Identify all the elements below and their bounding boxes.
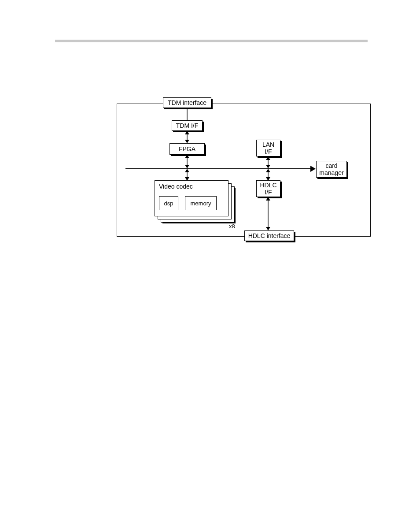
svg-marker-15 — [266, 169, 270, 172]
internal-bus — [125, 168, 310, 169]
svg-marker-3 — [185, 131, 189, 134]
bus-right-arrow — [310, 166, 317, 172]
tdm-if-box: TDM I/F — [172, 120, 203, 131]
svg-marker-9 — [185, 169, 189, 172]
svg-marker-13 — [266, 165, 270, 168]
tdm-interface-label: TDM interface — [168, 99, 206, 106]
card-manager-box: card manager — [316, 161, 347, 178]
memory-box: memory — [185, 196, 217, 210]
x8-label: x8 — [229, 223, 235, 230]
lan-if-box: LAN I/F — [256, 140, 280, 156]
link-lanif-bus — [265, 156, 271, 168]
hdlc-interface-label: HDLC interface — [248, 232, 291, 239]
hdlc-interface-box: HDLC interface — [244, 230, 294, 241]
link-bus-hdlcif — [265, 169, 271, 181]
svg-marker-7 — [185, 165, 189, 168]
videocodec-label: Video codec — [159, 183, 193, 190]
fpga-box: FPGA — [169, 143, 205, 155]
block-diagram: TDM interface TDM I/F FPGA Video codec d… — [117, 97, 370, 242]
tdm-interface-box: TDM interface — [163, 97, 211, 108]
link-tdmiface-tdmif — [186, 108, 188, 120]
page-top-rule — [55, 40, 368, 42]
hdlc-if-line2: I/F — [265, 189, 272, 196]
dsp-label: dsp — [164, 200, 173, 207]
link-bus-videocodec — [184, 169, 190, 181]
svg-marker-6 — [185, 155, 189, 158]
svg-marker-19 — [266, 227, 270, 230]
dsp-box: dsp — [159, 196, 178, 210]
fpga-label: FPGA — [179, 145, 195, 152]
card-manager-line1: card — [325, 162, 337, 169]
tdm-if-label: TDM I/F — [176, 122, 199, 129]
link-fpga-bus — [184, 155, 190, 168]
link-tdmif-fpga — [184, 131, 190, 143]
svg-marker-0 — [310, 166, 316, 172]
lan-if-line1: LAN — [262, 141, 274, 148]
lan-if-line2: I/F — [265, 148, 272, 155]
svg-marker-12 — [266, 156, 270, 160]
hdlc-if-box: HDLC I/F — [256, 180, 280, 197]
memory-label: memory — [191, 200, 211, 207]
svg-marker-4 — [185, 140, 189, 143]
card-manager-line2: manager — [319, 169, 343, 176]
svg-marker-18 — [266, 197, 270, 201]
hdlc-if-line1: HDLC — [260, 182, 276, 189]
link-hdlcif-hdlcinterface — [265, 197, 271, 230]
